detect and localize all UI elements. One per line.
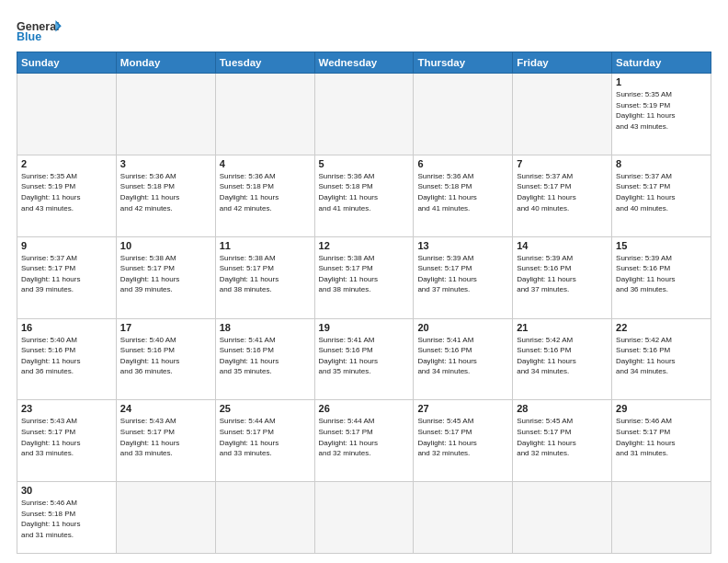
day-cell xyxy=(215,74,314,155)
day-number: 15 xyxy=(616,240,707,251)
day-number: 8 xyxy=(616,158,707,169)
day-info: Sunrise: 5:44 AM Sunset: 5:17 PM Dayligh… xyxy=(220,416,311,458)
day-info: Sunrise: 5:46 AM Sunset: 5:18 PM Dayligh… xyxy=(21,498,112,540)
day-number: 1 xyxy=(616,76,707,87)
day-info: Sunrise: 5:43 AM Sunset: 5:17 PM Dayligh… xyxy=(120,416,211,458)
week-row-2: 9Sunrise: 5:37 AM Sunset: 5:17 PM Daylig… xyxy=(17,236,711,318)
day-info: Sunrise: 5:45 AM Sunset: 5:17 PM Dayligh… xyxy=(417,416,508,458)
day-info: Sunrise: 5:40 AM Sunset: 5:16 PM Dayligh… xyxy=(21,335,112,377)
day-cell xyxy=(414,482,513,554)
day-cell: 5Sunrise: 5:36 AM Sunset: 5:18 PM Daylig… xyxy=(314,155,414,236)
day-info: Sunrise: 5:46 AM Sunset: 5:17 PM Dayligh… xyxy=(616,416,707,458)
day-info: Sunrise: 5:37 AM Sunset: 5:17 PM Dayligh… xyxy=(517,171,608,213)
day-number: 29 xyxy=(616,403,707,414)
day-info: Sunrise: 5:37 AM Sunset: 5:17 PM Dayligh… xyxy=(616,171,707,213)
day-number: 22 xyxy=(616,322,707,333)
day-cell: 7Sunrise: 5:37 AM Sunset: 5:17 PM Daylig… xyxy=(513,155,612,236)
day-cell: 28Sunrise: 5:45 AM Sunset: 5:17 PM Dayli… xyxy=(513,400,612,482)
day-info: Sunrise: 5:35 AM Sunset: 5:19 PM Dayligh… xyxy=(616,89,707,132)
day-cell: 27Sunrise: 5:45 AM Sunset: 5:17 PM Dayli… xyxy=(414,400,513,482)
day-info: Sunrise: 5:36 AM Sunset: 5:18 PM Dayligh… xyxy=(417,171,508,213)
day-cell: 29Sunrise: 5:46 AM Sunset: 5:17 PM Dayli… xyxy=(612,400,711,482)
page: General Blue SundayMondayTuesdayWednesda… xyxy=(0,0,728,563)
day-info: Sunrise: 5:40 AM Sunset: 5:16 PM Dayligh… xyxy=(120,335,211,377)
day-number: 21 xyxy=(517,322,608,333)
day-cell xyxy=(116,74,215,155)
day-cell: 12Sunrise: 5:38 AM Sunset: 5:17 PM Dayli… xyxy=(314,236,414,318)
day-number: 20 xyxy=(417,322,508,333)
header: General Blue xyxy=(17,17,711,44)
day-number: 30 xyxy=(21,485,112,496)
day-number: 17 xyxy=(120,322,211,333)
day-number: 25 xyxy=(220,403,311,414)
col-header-saturday: Saturday xyxy=(612,52,711,74)
week-row-5: 30Sunrise: 5:46 AM Sunset: 5:18 PM Dayli… xyxy=(17,482,711,554)
day-number: 14 xyxy=(517,240,608,251)
day-cell: 8Sunrise: 5:37 AM Sunset: 5:17 PM Daylig… xyxy=(612,155,711,236)
day-number: 12 xyxy=(319,240,410,251)
day-cell: 26Sunrise: 5:44 AM Sunset: 5:17 PM Dayli… xyxy=(314,400,414,482)
calendar-header-row: SundayMondayTuesdayWednesdayThursdayFrid… xyxy=(17,52,711,74)
day-cell: 2Sunrise: 5:35 AM Sunset: 5:19 PM Daylig… xyxy=(17,155,117,236)
day-number: 4 xyxy=(220,158,311,169)
day-number: 2 xyxy=(21,158,112,169)
day-cell: 19Sunrise: 5:41 AM Sunset: 5:16 PM Dayli… xyxy=(314,318,414,400)
day-cell: 22Sunrise: 5:42 AM Sunset: 5:16 PM Dayli… xyxy=(612,318,711,400)
week-row-0: 1Sunrise: 5:35 AM Sunset: 5:19 PM Daylig… xyxy=(17,74,711,155)
day-info: Sunrise: 5:37 AM Sunset: 5:17 PM Dayligh… xyxy=(21,253,112,295)
day-cell: 13Sunrise: 5:39 AM Sunset: 5:17 PM Dayli… xyxy=(414,236,513,318)
day-info: Sunrise: 5:41 AM Sunset: 5:16 PM Dayligh… xyxy=(319,335,410,377)
day-number: 24 xyxy=(120,403,211,414)
day-number: 3 xyxy=(120,158,211,169)
day-number: 5 xyxy=(319,158,410,169)
day-cell xyxy=(314,482,414,554)
week-row-4: 23Sunrise: 5:43 AM Sunset: 5:17 PM Dayli… xyxy=(17,400,711,482)
col-header-friday: Friday xyxy=(513,52,612,74)
day-info: Sunrise: 5:44 AM Sunset: 5:17 PM Dayligh… xyxy=(319,416,410,458)
day-number: 26 xyxy=(319,403,410,414)
logo: General Blue xyxy=(17,17,63,44)
day-cell xyxy=(116,482,215,554)
day-cell: 9Sunrise: 5:37 AM Sunset: 5:17 PM Daylig… xyxy=(17,236,117,318)
day-number: 28 xyxy=(517,403,608,414)
day-cell: 24Sunrise: 5:43 AM Sunset: 5:17 PM Dayli… xyxy=(116,400,215,482)
day-cell: 16Sunrise: 5:40 AM Sunset: 5:16 PM Dayli… xyxy=(17,318,117,400)
day-cell: 14Sunrise: 5:39 AM Sunset: 5:16 PM Dayli… xyxy=(513,236,612,318)
day-number: 18 xyxy=(220,322,311,333)
logo-icon: General Blue xyxy=(17,17,63,44)
day-number: 9 xyxy=(21,240,112,251)
day-info: Sunrise: 5:36 AM Sunset: 5:18 PM Dayligh… xyxy=(120,171,211,213)
day-number: 23 xyxy=(21,403,112,414)
day-info: Sunrise: 5:38 AM Sunset: 5:17 PM Dayligh… xyxy=(319,253,410,295)
day-number: 19 xyxy=(319,322,410,333)
day-cell: 3Sunrise: 5:36 AM Sunset: 5:18 PM Daylig… xyxy=(116,155,215,236)
day-info: Sunrise: 5:38 AM Sunset: 5:17 PM Dayligh… xyxy=(120,253,211,295)
day-cell xyxy=(414,74,513,155)
day-cell xyxy=(314,74,414,155)
day-cell: 15Sunrise: 5:39 AM Sunset: 5:16 PM Dayli… xyxy=(612,236,711,318)
day-cell: 21Sunrise: 5:42 AM Sunset: 5:16 PM Dayli… xyxy=(513,318,612,400)
day-number: 16 xyxy=(21,322,112,333)
week-row-3: 16Sunrise: 5:40 AM Sunset: 5:16 PM Dayli… xyxy=(17,318,711,400)
day-info: Sunrise: 5:36 AM Sunset: 5:18 PM Dayligh… xyxy=(319,171,410,213)
day-info: Sunrise: 5:35 AM Sunset: 5:19 PM Dayligh… xyxy=(21,171,112,213)
day-info: Sunrise: 5:39 AM Sunset: 5:16 PM Dayligh… xyxy=(517,253,608,295)
day-cell: 17Sunrise: 5:40 AM Sunset: 5:16 PM Dayli… xyxy=(116,318,215,400)
col-header-tuesday: Tuesday xyxy=(215,52,314,74)
day-cell: 6Sunrise: 5:36 AM Sunset: 5:18 PM Daylig… xyxy=(414,155,513,236)
day-info: Sunrise: 5:39 AM Sunset: 5:16 PM Dayligh… xyxy=(616,253,707,295)
day-number: 27 xyxy=(417,403,508,414)
day-number: 13 xyxy=(417,240,508,251)
day-info: Sunrise: 5:45 AM Sunset: 5:17 PM Dayligh… xyxy=(517,416,608,458)
day-cell xyxy=(215,482,314,554)
day-cell: 10Sunrise: 5:38 AM Sunset: 5:17 PM Dayli… xyxy=(116,236,215,318)
day-info: Sunrise: 5:36 AM Sunset: 5:18 PM Dayligh… xyxy=(220,171,311,213)
day-info: Sunrise: 5:42 AM Sunset: 5:16 PM Dayligh… xyxy=(517,335,608,377)
day-cell xyxy=(513,74,612,155)
day-info: Sunrise: 5:41 AM Sunset: 5:16 PM Dayligh… xyxy=(417,335,508,377)
col-header-sunday: Sunday xyxy=(17,52,117,74)
day-cell: 11Sunrise: 5:38 AM Sunset: 5:17 PM Dayli… xyxy=(215,236,314,318)
day-info: Sunrise: 5:38 AM Sunset: 5:17 PM Dayligh… xyxy=(220,253,311,295)
day-info: Sunrise: 5:41 AM Sunset: 5:16 PM Dayligh… xyxy=(220,335,311,377)
day-info: Sunrise: 5:42 AM Sunset: 5:16 PM Dayligh… xyxy=(616,335,707,377)
